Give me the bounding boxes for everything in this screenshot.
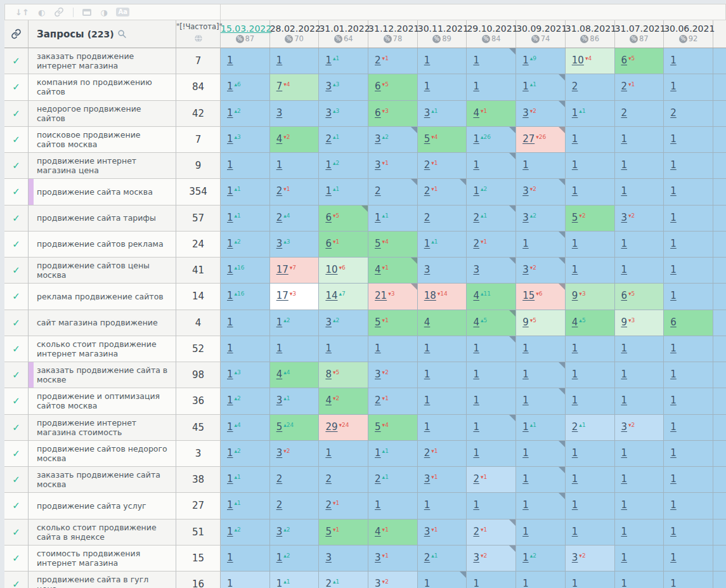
- contrast-icon[interactable]: ◑: [100, 8, 107, 16]
- position-link[interactable]: 3: [375, 578, 381, 588]
- position-link[interactable]: 1: [424, 81, 431, 92]
- position-link[interactable]: 1: [424, 238, 431, 249]
- keyword-cell[interactable]: продвижение сайта москва: [29, 179, 176, 205]
- position-link[interactable]: 2: [424, 159, 431, 171]
- position-link[interactable]: 6: [375, 81, 381, 92]
- position-link[interactable]: 4: [375, 526, 381, 537]
- position-link[interactable]: 3: [325, 317, 332, 328]
- position-link[interactable]: 1: [522, 238, 529, 249]
- position-link[interactable]: 1: [670, 369, 677, 380]
- position-link[interactable]: 5: [276, 421, 283, 433]
- position-link[interactable]: 1: [621, 343, 628, 354]
- position-link[interactable]: 1: [276, 552, 283, 563]
- position-link[interactable]: 2: [276, 499, 283, 511]
- position-link[interactable]: 1: [621, 526, 628, 537]
- keyword-cell[interactable]: заказать продвижение сайта москва: [29, 467, 176, 493]
- position-link[interactable]: 4: [325, 395, 332, 406]
- position-link[interactable]: 1: [325, 447, 332, 459]
- position-link[interactable]: 2: [621, 81, 628, 92]
- position-link[interactable]: 1: [522, 55, 529, 66]
- position-link[interactable]: 1: [522, 421, 529, 433]
- keyword-cell[interactable]: сколько стоит продвижение сайта в яндекс…: [29, 519, 176, 546]
- position-link[interactable]: 1: [473, 447, 479, 459]
- position-link[interactable]: 1: [227, 264, 233, 275]
- position-link[interactable]: 1: [276, 317, 283, 328]
- position-link[interactable]: 9: [572, 290, 578, 301]
- keyword-cell[interactable]: заказать продвижение сайта в москве: [29, 362, 176, 388]
- keyword-checkbox[interactable]: ✓: [4, 362, 29, 388]
- position-link[interactable]: 1: [572, 159, 578, 171]
- position-link[interactable]: 1: [473, 133, 479, 145]
- position-link[interactable]: 1: [522, 81, 529, 92]
- position-link[interactable]: 5: [572, 212, 578, 223]
- date-link[interactable]: 30.06.2021: [664, 23, 713, 34]
- position-link[interactable]: 1: [670, 55, 677, 66]
- position-link[interactable]: 3: [522, 107, 529, 119]
- position-link[interactable]: 6: [621, 55, 628, 66]
- keyword-cell[interactable]: продвижение интернет магазина стоимость: [29, 415, 176, 441]
- position-link[interactable]: 1: [424, 421, 431, 433]
- keyword-checkbox[interactable]: ✓: [4, 74, 29, 100]
- position-link[interactable]: 2: [572, 421, 578, 433]
- position-link[interactable]: 1: [473, 185, 479, 197]
- position-link[interactable]: 1: [227, 81, 233, 92]
- position-link[interactable]: 1: [670, 133, 677, 145]
- date-column-header[interactable]: 31.01.2022 % 64: [319, 20, 368, 48]
- position-link[interactable]: 1: [473, 499, 479, 511]
- keyword-checkbox[interactable]: ✓: [4, 467, 29, 493]
- date-link[interactable]: 28.02.2022: [270, 23, 319, 34]
- keyword-checkbox[interactable]: ✓: [4, 441, 29, 467]
- date-link[interactable]: 31.01.2022: [319, 23, 368, 34]
- position-link[interactable]: 17: [276, 290, 288, 301]
- position-link[interactable]: 1: [621, 185, 628, 197]
- panel-view-icon[interactable]: [82, 9, 91, 16]
- position-link[interactable]: 1: [473, 159, 479, 171]
- position-link[interactable]: 1: [473, 578, 479, 588]
- position-link[interactable]: 1: [572, 238, 578, 249]
- position-link[interactable]: 1: [572, 578, 578, 588]
- queries-header[interactable]: Запросы (223): [29, 20, 176, 48]
- position-link[interactable]: 6: [325, 212, 332, 223]
- position-link[interactable]: 3: [522, 264, 529, 275]
- position-link[interactable]: 1: [227, 212, 233, 223]
- position-link[interactable]: 1: [424, 499, 431, 511]
- position-link[interactable]: 15: [522, 290, 535, 301]
- position-link[interactable]: 2: [473, 212, 479, 223]
- date-link[interactable]: 31.07.2021: [615, 23, 664, 34]
- position-link[interactable]: 1: [572, 473, 578, 485]
- position-link[interactable]: 1: [276, 55, 283, 66]
- position-link[interactable]: 1: [227, 499, 233, 511]
- date-column-header[interactable]: 30.11.2021 % 89: [418, 20, 467, 48]
- keyword-cell[interactable]: недорогое продвижение сайтов: [29, 101, 176, 127]
- position-link[interactable]: 1: [424, 369, 431, 380]
- position-link[interactable]: 1: [227, 317, 233, 328]
- position-link[interactable]: 29: [325, 421, 337, 433]
- position-link[interactable]: 3: [325, 81, 332, 92]
- position-link[interactable]: 1: [424, 343, 431, 354]
- keyword-checkbox[interactable]: ✓: [4, 127, 29, 153]
- position-link[interactable]: 6: [621, 290, 628, 301]
- position-link[interactable]: 1: [227, 473, 233, 485]
- date-link[interactable]: 31.08.2021: [566, 23, 614, 34]
- keyword-checkbox[interactable]: ✓: [4, 572, 29, 588]
- position-link[interactable]: 1: [670, 185, 677, 197]
- position-link[interactable]: 1: [670, 343, 677, 354]
- position-link[interactable]: 1: [227, 421, 233, 433]
- position-link[interactable]: 6: [375, 107, 381, 119]
- position-link[interactable]: 2: [325, 499, 332, 511]
- position-link[interactable]: 3: [473, 552, 479, 563]
- position-link[interactable]: 1: [522, 578, 529, 588]
- position-link[interactable]: 5: [375, 238, 381, 249]
- position-link[interactable]: 10: [325, 264, 337, 275]
- keyword-cell[interactable]: продвижение сайта тарифы: [29, 206, 176, 232]
- position-link[interactable]: 9: [522, 317, 529, 328]
- keyword-checkbox[interactable]: ✓: [4, 388, 29, 414]
- position-link[interactable]: 2: [621, 107, 628, 119]
- position-link[interactable]: 2: [473, 526, 479, 537]
- position-link[interactable]: 2: [276, 473, 283, 485]
- link-column-header[interactable]: [4, 20, 29, 48]
- position-link[interactable]: 6: [670, 317, 677, 328]
- position-link[interactable]: 1: [670, 447, 677, 459]
- keyword-cell[interactable]: стоимость продвижения интернет магазина: [29, 546, 176, 572]
- keyword-checkbox[interactable]: ✓: [4, 153, 29, 179]
